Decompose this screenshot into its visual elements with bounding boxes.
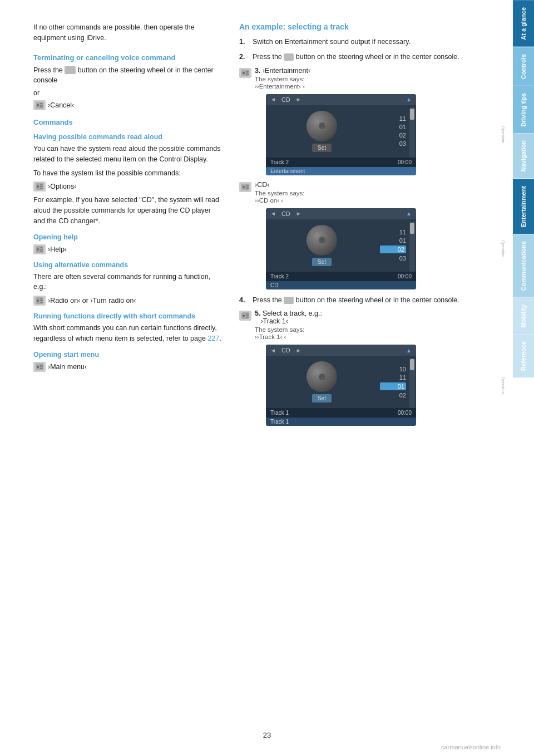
sidebar-item-communications[interactable]: Communications bbox=[513, 234, 534, 297]
step-3-label: 3. ›Entertainment‹ bbox=[255, 67, 310, 75]
svg-point-16 bbox=[37, 300, 39, 302]
intro-text: If no other commands are possible, then … bbox=[33, 22, 222, 43]
for-example-text: For example, if you have selected "CD", … bbox=[33, 195, 222, 226]
cancel-cmd-text: ›Cancel‹ bbox=[48, 101, 74, 109]
screen-1-footer: Track 2 00:00 bbox=[266, 158, 416, 167]
sidebar-tabs: At a glance Controls Driving tips Naviga… bbox=[513, 0, 534, 756]
step-2: 2. Press the button on the steering whee… bbox=[239, 52, 502, 62]
page-link[interactable]: 227 bbox=[207, 335, 219, 342]
voice-icon-2 bbox=[33, 181, 46, 192]
screen-3-header: ◄ CD ► ▲ bbox=[266, 345, 416, 356]
step-3b-label: ›CD‹ bbox=[255, 181, 304, 189]
svg-point-11 bbox=[37, 248, 39, 251]
operation-label-3: Operation bbox=[501, 377, 505, 394]
screen-3-set: Set bbox=[312, 394, 332, 402]
screen-2: ◄ CD ► ▲ Set 11 bbox=[253, 208, 502, 289]
running-text: With short commands you can run certain … bbox=[33, 323, 222, 344]
help-command: ›Help‹ bbox=[33, 244, 222, 254]
running-heading: Running functions directly with short co… bbox=[33, 312, 222, 320]
opening-help-heading: Opening help bbox=[33, 233, 222, 241]
using-alt-heading: Using alternative commands bbox=[33, 261, 222, 269]
radio-cmd-text: ›Radio on‹ or ›Turn radio on‹ bbox=[48, 297, 136, 305]
step-5-echo: ››Track 1‹ ‹ bbox=[255, 333, 322, 340]
step-3b-echo: ››CD on‹ ‹ bbox=[255, 197, 304, 204]
options-cmd-text: ›Options‹ bbox=[48, 183, 76, 190]
svg-point-31 bbox=[243, 186, 245, 188]
screen-2-header: ◄ CD ► ▲ bbox=[266, 208, 416, 219]
step-5-label: 5. Select a track, e.g.: ›Track 1‹ bbox=[255, 310, 322, 325]
main-menu-cmd-text: ›Main menu‹ bbox=[48, 363, 87, 371]
radio-command: ›Radio on‹ or ›Turn radio on‹ bbox=[33, 296, 222, 306]
cancel-command: ›Cancel‹ bbox=[33, 100, 222, 110]
page-number: 23 bbox=[263, 731, 271, 739]
screen-1-set: Set bbox=[312, 144, 332, 152]
step-5-says: The system says: bbox=[255, 326, 322, 333]
step-3-echo: ››Entertainment‹ ‹ bbox=[255, 83, 310, 90]
sidebar-item-reference[interactable]: Reference bbox=[513, 334, 534, 377]
screen-2-set: Set bbox=[312, 258, 332, 266]
voice-icon-5 bbox=[33, 362, 46, 372]
operation-label: Operation bbox=[501, 126, 505, 143]
operation-label-2: Operation bbox=[501, 240, 505, 257]
main-menu-command: ›Main menu‹ bbox=[33, 362, 222, 372]
voice-icon-4 bbox=[33, 296, 46, 306]
having-heading: Having possible commands read aloud bbox=[33, 133, 222, 141]
using-alt-text: There are often several commands for run… bbox=[33, 272, 222, 293]
voice-icon-3 bbox=[33, 244, 46, 254]
step-4: 4. Press the button on the steering whee… bbox=[239, 295, 502, 306]
voice-icon-8 bbox=[239, 311, 251, 321]
voice-icon-7 bbox=[239, 182, 251, 192]
svg-point-26 bbox=[243, 72, 245, 74]
or-text: or bbox=[33, 89, 222, 97]
screen-3-footer2: Track 1 bbox=[266, 418, 416, 426]
sidebar-item-entertainment[interactable]: Entertainment bbox=[513, 179, 534, 234]
terminating-heading: Terminating or canceling voice command bbox=[33, 53, 222, 62]
watermark: carmanualsonline.info bbox=[441, 744, 501, 750]
sidebar-item-driving-tips[interactable]: Driving tips bbox=[513, 86, 534, 134]
screen-1: ◄ CD ► ▲ Set 11 bbox=[253, 94, 502, 175]
screen-3-footer: Track 1 00:00 bbox=[266, 408, 416, 418]
having-text2: To have the system list the possible com… bbox=[33, 168, 222, 179]
step-3-says: The system says: bbox=[255, 76, 310, 82]
screen-1-header: ◄ CD ► ▲ bbox=[266, 94, 416, 105]
screen-3: ◄ CD ► ▲ Set 10 bbox=[253, 345, 502, 426]
terminating-text: Press the button on the steering wheel o… bbox=[33, 65, 222, 86]
voice-icon bbox=[33, 100, 46, 110]
svg-point-1 bbox=[37, 104, 39, 106]
step-3b-says: The system says: bbox=[255, 190, 304, 197]
commands-heading: Commands bbox=[33, 118, 222, 126]
voice-icon-6 bbox=[239, 68, 251, 78]
sidebar-item-navigation[interactable]: Navigation bbox=[513, 133, 534, 178]
svg-point-21 bbox=[37, 366, 39, 368]
svg-point-6 bbox=[37, 185, 39, 188]
sidebar-item-mobility[interactable]: Mobility bbox=[513, 297, 534, 335]
step-1: 1. Switch on Entertainment sound output … bbox=[239, 37, 502, 47]
having-text: You can have the system read aloud the p… bbox=[33, 144, 222, 165]
options-command: ›Options‹ bbox=[33, 181, 222, 192]
screen-2-footer2: CD bbox=[266, 281, 416, 289]
help-cmd-text: ›Help‹ bbox=[48, 246, 67, 253]
right-heading: An example: selecting a track bbox=[239, 22, 502, 31]
opening-start-heading: Opening start menu bbox=[33, 351, 222, 359]
sidebar-item-at-a-glance[interactable]: At a glance bbox=[513, 0, 534, 47]
screen-2-footer: Track 2 00:00 bbox=[266, 272, 416, 281]
svg-point-36 bbox=[243, 315, 245, 317]
sidebar-item-controls[interactable]: Controls bbox=[513, 47, 534, 86]
screen-1-footer2: Entertainment bbox=[266, 167, 416, 175]
